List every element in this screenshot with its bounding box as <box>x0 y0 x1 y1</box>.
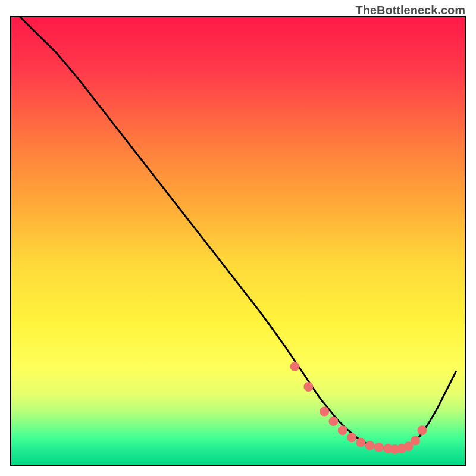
optimal-point <box>417 425 427 435</box>
optimal-point <box>374 443 384 452</box>
optimal-point <box>338 425 347 435</box>
chart-container <box>0 0 476 476</box>
optimal-point <box>356 438 365 447</box>
optimal-point <box>303 382 313 392</box>
plot-background <box>11 17 465 465</box>
optimal-point <box>320 407 329 416</box>
optimal-point <box>347 433 356 442</box>
optimal-point <box>290 362 300 371</box>
optimal-point <box>328 416 338 426</box>
chart-svg <box>0 0 476 476</box>
watermark-text: TheBottleneck.com <box>356 4 465 17</box>
optimal-point <box>365 441 375 450</box>
optimal-point <box>411 436 420 446</box>
